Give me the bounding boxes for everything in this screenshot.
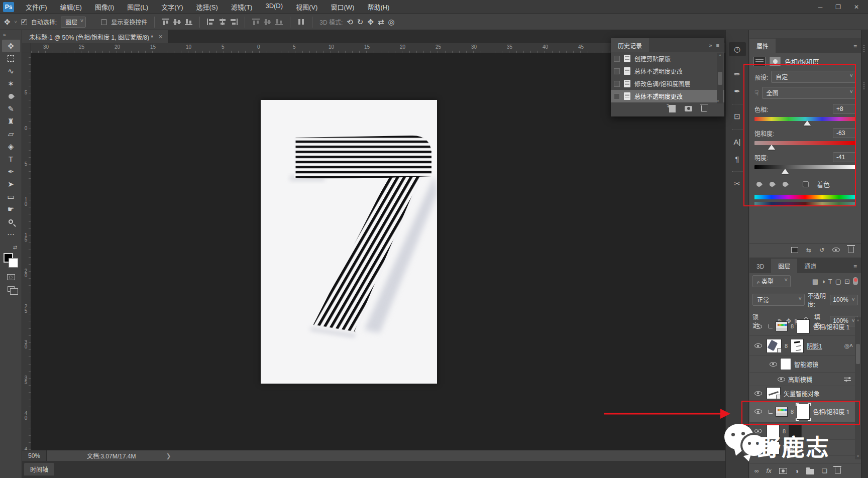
menu-item[interactable]: 滤镜(T)	[225, 2, 259, 12]
path-select-tool-icon[interactable]: ➤	[2, 178, 20, 190]
mask-thumbnail[interactable]	[791, 339, 804, 353]
3d-slide-icon[interactable]: ⇄	[378, 18, 384, 27]
layer-thumbnail[interactable]	[767, 441, 780, 454]
tab-layers[interactable]: 图层	[771, 259, 797, 273]
mask-link-icon[interactable]: 8	[791, 323, 794, 329]
adjustment-thumbnail[interactable]	[776, 321, 788, 331]
tool-presets-panel-icon[interactable]: ✂	[729, 177, 746, 191]
channel-dropdown[interactable]: 全图	[762, 87, 856, 99]
layer-name[interactable]: 矢量智能对象	[784, 389, 820, 398]
dock-grip[interactable]	[732, 104, 742, 106]
show-transform-checkbox[interactable]	[101, 19, 107, 25]
align-center-vertical-icon[interactable]	[173, 19, 181, 25]
chevron-down-icon[interactable]: ˅	[15, 20, 17, 25]
dock-grip[interactable]	[732, 129, 742, 131]
smart-filter-toggle-icon[interactable]: ◎˄	[844, 342, 855, 349]
lightness-value[interactable]: -41	[833, 152, 856, 162]
close-icon[interactable]: ✕	[854, 4, 859, 11]
saturation-value[interactable]: -63	[833, 128, 856, 138]
align-top-icon[interactable]	[162, 19, 169, 25]
new-snapshot-icon[interactable]	[685, 106, 692, 111]
mask-link-icon[interactable]: 8	[783, 428, 786, 434]
eyedropper-icon[interactable]	[755, 180, 763, 187]
rectangle-shape-tool-icon[interactable]: ▭	[2, 190, 20, 203]
layers-scrollbar[interactable]: ˄ ˅	[855, 317, 861, 459]
smart-filters-row[interactable]: 智能滤镜	[749, 356, 855, 373]
background-color-swatch[interactable]	[9, 258, 18, 268]
menu-item[interactable]: 文件(F)	[19, 2, 54, 12]
layer-name[interactable]: 阴影1	[807, 341, 822, 350]
delete-layer-icon[interactable]	[835, 467, 841, 474]
layer-row-obscured[interactable]: 8	[749, 423, 855, 440]
new-document-from-state-icon[interactable]	[669, 105, 676, 112]
new-group-icon[interactable]	[806, 469, 814, 474]
ruler-corner[interactable]	[22, 43, 31, 53]
menu-item[interactable]: 窗口(W)	[324, 2, 361, 12]
3d-orbit-icon[interactable]: ⟲	[347, 18, 353, 27]
new-adjustment-layer-icon[interactable]: ◑	[795, 467, 799, 475]
layer-visibility-icon[interactable]	[754, 429, 762, 433]
auto-select-checkbox[interactable]	[21, 19, 27, 25]
lightness-slider[interactable]	[754, 165, 856, 169]
filter-toggle[interactable]	[853, 277, 858, 285]
tab-channels[interactable]: 通道	[797, 259, 823, 273]
3d-pan-icon[interactable]: ✥	[367, 18, 374, 27]
delete-adjustment-icon[interactable]	[848, 247, 854, 253]
color-swatches[interactable]	[4, 253, 19, 268]
history-source-checkbox[interactable]	[614, 93, 620, 99]
scrollbar-thumb[interactable]	[718, 72, 722, 85]
layer-visibility-icon[interactable]	[754, 343, 762, 348]
reset-adjustment-icon[interactable]: ↺	[819, 247, 824, 254]
tab-close-icon[interactable]: ✕	[158, 34, 163, 40]
view-previous-state-icon[interactable]: ⇆	[806, 247, 811, 254]
clip-to-layer-icon[interactable]	[791, 247, 798, 253]
toggle-visibility-icon[interactable]	[832, 248, 840, 252]
mask-thumbnail[interactable]	[797, 319, 810, 333]
layer-thumbnail[interactable]	[767, 339, 782, 353]
gaussian-blur-row[interactable]: 高斯模糊	[749, 373, 855, 386]
layer-row-background[interactable]: 背景	[749, 440, 855, 456]
layer-name[interactable]: 背景	[783, 443, 795, 452]
layer-row-vector-smart-object[interactable]: 矢量智能对象	[749, 386, 855, 401]
tab-3d[interactable]: 3D	[749, 260, 771, 273]
collapse-panel-icon[interactable]: »	[709, 42, 712, 48]
character-panel-icon[interactable]: A|	[729, 135, 746, 149]
hue-slider-thumb[interactable]	[804, 121, 811, 126]
history-scrollbar[interactable]: ˄ ˅	[717, 53, 723, 103]
tab-history[interactable]: 历史记录	[611, 38, 649, 52]
screen-mode-icon[interactable]	[8, 286, 15, 292]
blend-mode-dropdown[interactable]: 正常	[752, 294, 805, 306]
menu-item[interactable]: 图像(I)	[88, 2, 121, 12]
dock-grip[interactable]	[732, 62, 742, 64]
scroll-down-icon[interactable]: ˅	[855, 454, 861, 458]
filter-type-dropdown[interactable]: ⌕ 类型	[752, 275, 791, 287]
more-tools-tool-icon[interactable]: ⋯	[2, 228, 20, 241]
panel-grip[interactable]	[863, 82, 866, 89]
layer-name[interactable]: 色相/饱和度 1	[813, 322, 849, 331]
3d-camera-icon[interactable]: ◎	[388, 18, 395, 27]
layer-visibility-icon[interactable]	[754, 391, 762, 396]
filter-adjustment-layers-icon[interactable]: ◑	[821, 278, 825, 285]
new-layer-icon[interactable]: ❏	[822, 467, 827, 474]
align-right-icon[interactable]	[230, 19, 238, 25]
layer-style-icon[interactable]: fx	[767, 467, 772, 474]
paragraph-panel-icon[interactable]: ¶	[729, 152, 746, 166]
menu-item[interactable]: 图层(L)	[121, 2, 155, 12]
menu-item[interactable]: 文字(Y)	[155, 2, 189, 12]
menu-item[interactable]: 视图(V)	[289, 2, 324, 12]
distribute-vertical-icon[interactable]	[264, 19, 271, 25]
history-panel-icon[interactable]: ◷	[729, 42, 746, 56]
history-state[interactable]: 总体不透明度更改	[611, 90, 724, 102]
layer-mask-icon[interactable]	[770, 57, 781, 66]
hue-slider[interactable]	[754, 117, 856, 121]
document-tab[interactable]: 未标题-1 @ 50% (色相/饱和度 1, 图层蒙版/8) * ✕	[22, 30, 168, 43]
menu-item[interactable]: 3D(D)	[259, 2, 289, 12]
layer-thumbnail[interactable]	[767, 387, 781, 399]
layer-name[interactable]: 色相/饱和度 1	[813, 407, 849, 416]
mask-thumbnail-selected[interactable]	[797, 404, 810, 420]
colorize-checkbox[interactable]	[803, 181, 809, 187]
filter-options-icon[interactable]	[844, 377, 851, 382]
brush-tool-icon[interactable]: ✎	[2, 102, 20, 115]
status-options-icon[interactable]: ❯	[166, 452, 171, 459]
filter-smart-objects-icon[interactable]: ⊡	[844, 278, 850, 285]
